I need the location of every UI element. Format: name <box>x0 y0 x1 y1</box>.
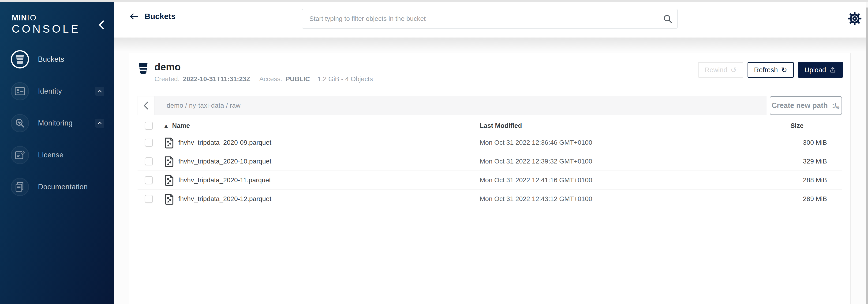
header-checkbox-cell <box>137 122 157 130</box>
main-area: demo Created: 2022-10-31T11:31:23Z Acces… <box>114 37 868 304</box>
monitoring-icon <box>11 114 29 132</box>
table-row[interactable]: fhvhv_tripdata_2020-10.parquet Mon Oct 3… <box>137 152 842 171</box>
window-top-edge <box>0 0 868 2</box>
logo-io: IO <box>27 13 37 22</box>
row-checkbox[interactable] <box>145 176 153 184</box>
upload-button[interactable]: Upload <box>798 62 843 78</box>
bucket-icon <box>11 50 29 68</box>
console-wordmark: CONSOLE <box>12 23 114 34</box>
object-file-icon <box>164 193 174 205</box>
table-row[interactable]: fhvhv_tripdata_2020-12.parquet Mon Oct 3… <box>137 190 842 208</box>
bucket-meta: Created: 2022-10-31T11:31:23Z Access: PU… <box>154 75 373 83</box>
license-icon <box>11 146 29 164</box>
object-file-icon <box>164 174 174 186</box>
object-modified: Mon Oct 31 2022 12:43:12 GMT+0100 <box>480 195 725 203</box>
header-back-title: Buckets <box>129 12 176 21</box>
bucket-title-block: demo Created: 2022-10-31T11:31:23Z Acces… <box>154 62 373 88</box>
scrollbar-thumb[interactable] <box>866 7 868 304</box>
bucket-icon <box>138 63 148 88</box>
breadcrumb-path: demo / ny-taxi-data / raw <box>166 102 241 109</box>
documentation-icon <box>11 178 29 196</box>
name-column-header: Name <box>172 122 190 130</box>
identity-icon <box>11 82 29 101</box>
object-name: fhvhv_tripdata_2020-12.parquet <box>178 195 271 203</box>
sort-asc-icon[interactable]: ▲ <box>164 123 168 129</box>
bucket-actions: Rewind ↺ Refresh ↻ Upload <box>698 62 843 88</box>
gear-icon[interactable] <box>848 12 862 25</box>
search-icon <box>663 14 673 24</box>
row-checkbox[interactable] <box>145 157 153 165</box>
table-row[interactable]: fhvhv_tripdata_2020-09.parquet Mon Oct 3… <box>137 133 842 152</box>
objects-table: ▲ Name Last Modified Size <box>137 118 842 208</box>
row-checkbox[interactable] <box>145 195 153 203</box>
header-modified-cell[interactable]: Last Modified <box>480 122 725 130</box>
access-value: PUBLIC <box>285 75 310 83</box>
sidebar-item-monitoring[interactable]: Monitoring <box>0 107 114 139</box>
sidebar-menu: Buckets Identity <box>0 44 114 203</box>
sidebar-item-label: Buckets <box>38 55 104 63</box>
object-file-icon <box>164 137 174 148</box>
object-size: 289 MiB <box>725 195 842 203</box>
rewind-button[interactable]: Rewind ↺ <box>698 62 743 78</box>
identity-expand-toggle[interactable] <box>95 87 104 96</box>
path-bar: demo / ny-taxi-data / raw Create new pat… <box>137 96 842 115</box>
created-label: Created: <box>154 75 180 83</box>
object-modified: Mon Oct 31 2022 12:41:16 GMT+0100 <box>480 176 725 184</box>
sidebar-item-label: Identity <box>38 87 95 95</box>
refresh-icon: ↻ <box>781 66 787 74</box>
object-name: fhvhv_tripdata_2020-09.parquet <box>178 139 271 146</box>
sidebar-item-identity[interactable]: Identity <box>0 75 114 107</box>
table-row[interactable]: fhvhv_tripdata_2020-11.parquet Mon Oct 3… <box>137 171 842 190</box>
object-size: 288 MiB <box>725 176 842 184</box>
path-back-button[interactable] <box>137 96 154 115</box>
table-header-row: ▲ Name Last Modified Size <box>137 118 842 133</box>
select-all-checkbox[interactable] <box>145 122 153 130</box>
refresh-button[interactable]: Refresh ↻ <box>748 62 794 78</box>
upload-icon <box>829 66 836 74</box>
sidebar: MINIO CONSOLE Buckets <box>0 0 114 304</box>
object-modified: Mon Oct 31 2022 12:39:32 GMT+0100 <box>480 158 725 165</box>
create-new-path-button[interactable]: Create new path :/⊕ <box>770 96 842 115</box>
search-input[interactable] <box>302 9 678 29</box>
object-file-icon <box>164 156 174 167</box>
rewind-icon: ↺ <box>731 66 737 74</box>
bucket-panel: demo Created: 2022-10-31T11:31:23Z Acces… <box>129 53 851 304</box>
sidebar-item-label: License <box>38 151 104 159</box>
bucket-name: demo <box>154 62 373 73</box>
monitoring-expand-toggle[interactable] <box>95 119 104 128</box>
object-size: 329 MiB <box>725 158 842 165</box>
sidebar-item-label: Monitoring <box>38 119 95 128</box>
page-title[interactable]: Buckets <box>145 12 176 21</box>
sidebar-item-label: Documentation <box>38 183 104 191</box>
object-size: 300 MiB <box>725 139 842 146</box>
header-name-cell[interactable]: ▲ Name <box>157 122 480 130</box>
sidebar-item-buckets[interactable]: Buckets <box>0 44 114 75</box>
minio-logo: MINIO CONSOLE <box>0 0 114 34</box>
object-name: fhvhv_tripdata_2020-10.parquet <box>178 158 271 165</box>
create-path-icon: :/⊕ <box>832 102 840 110</box>
bucket-summary: 1.2 GiB - 4 Objects <box>317 75 373 83</box>
back-arrow-icon[interactable] <box>129 12 138 20</box>
object-name: fhvhv_tripdata_2020-11.parquet <box>178 176 271 184</box>
object-modified: Mon Oct 31 2022 12:36:46 GMT+0100 <box>480 139 725 146</box>
sidebar-collapse-icon[interactable] <box>99 20 105 30</box>
bucket-header: demo Created: 2022-10-31T11:31:23Z Acces… <box>137 62 843 88</box>
access-label: Access: <box>259 75 282 83</box>
minio-console-screen: MINIO CONSOLE Buckets <box>0 0 868 304</box>
minio-wordmark: MINIO <box>12 13 114 22</box>
breadcrumb[interactable]: demo / ny-taxi-data / raw <box>154 96 767 115</box>
row-checkbox[interactable] <box>145 139 153 147</box>
sidebar-item-license[interactable]: License <box>0 139 114 171</box>
logo-min: MIN <box>12 13 27 22</box>
header-size-cell[interactable]: Size <box>725 122 842 130</box>
search-bar <box>302 9 678 29</box>
sidebar-item-documentation[interactable]: Documentation <box>0 171 114 203</box>
top-header: Buckets <box>114 0 868 37</box>
created-value: 2022-10-31T11:31:23Z <box>183 75 250 83</box>
